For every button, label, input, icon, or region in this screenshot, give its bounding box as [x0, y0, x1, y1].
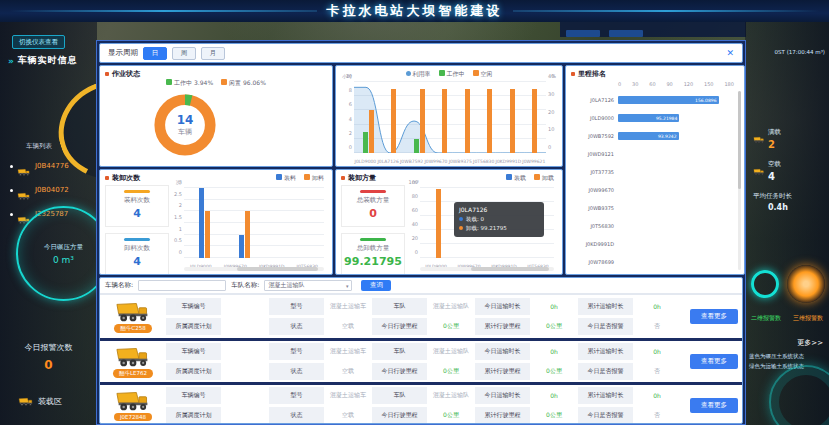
mileage-row: J0T37735 — [570, 163, 734, 181]
chart-tooltip: J0LA7126 装载: 0 卸载: 99.21795 — [454, 202, 544, 237]
vehicle-id-label: J0W99670 — [570, 187, 618, 193]
bar-空闲 — [532, 89, 537, 153]
view-more-button[interactable]: 查看更多 — [690, 354, 738, 369]
row-line: 车辆编号型号混凝土运输车车队混凝土运输队今日运输时长0h累计运输时长0h — [166, 387, 679, 404]
row-grid: 车辆编号型号混凝土运输车车队混凝土运输队今日运输时长0h累计运输时长0h所属调度… — [166, 343, 679, 380]
mileage-rank-panel: 里程排名 0306090120150180 J0LA7126156.0896J0… — [565, 65, 745, 275]
legend-空闲: 空闲 — [473, 70, 493, 79]
table-row: J0E72848车辆编号型号混凝土运输车车队混凝土运输队今日运输时长0h累计运输… — [100, 382, 742, 424]
mileage-axis-ticks: 0306090120150180 — [618, 81, 734, 87]
mileage-bar: 93.9242 — [618, 132, 679, 140]
period-day-button[interactable]: 日 — [143, 47, 167, 60]
bar-group — [391, 82, 396, 153]
vehicle-table-panel: 车辆名称: 车队名称: 混凝土运输队 ▾ 查询 翻斗C258车辆编号型号混凝土运… — [99, 277, 743, 424]
right-stat-line: 平均任务时长 — [753, 192, 825, 201]
tooltip-title: J0LA7126 — [459, 206, 539, 213]
vehicle-id-label: J0LA7126 — [570, 97, 618, 103]
zone-indicator: 装载区 — [18, 396, 62, 407]
search-button[interactable]: 查询 — [361, 280, 391, 291]
tooltip-row-unload: 卸载: 99.21795 — [459, 224, 539, 233]
cell-label: 型号 — [269, 387, 324, 404]
cell-value — [223, 387, 267, 404]
stat-value: 4 — [106, 255, 168, 268]
vehicle-name-input[interactable] — [138, 280, 226, 291]
stat-label: 装料次数 — [106, 196, 168, 205]
vehicle-id-label: J0WB9375 — [570, 205, 618, 211]
bar-group — [436, 188, 441, 258]
stat-accent-line — [360, 190, 386, 193]
usage-plot: 0246810010203040小时% — [354, 82, 546, 153]
cell-value: 混凝土运输队 — [429, 298, 473, 315]
alarm-ring-3d-icon[interactable] — [787, 265, 825, 303]
panel-title: 里程排名 — [571, 69, 606, 79]
title-bullet-icon — [341, 176, 345, 180]
counts-plot: 00.511.522.53次J0LD9000J0W99670J0KD9991DJ… — [184, 188, 324, 258]
vehicle-list-item[interactable]: J0B04072 — [10, 178, 96, 202]
mileage-row: J0W78699 — [570, 253, 734, 271]
cell-value: 混凝土运输车 — [326, 298, 370, 315]
mileage-row: J0WB9375 — [570, 199, 734, 217]
right-top-readout: 0ST (17:00:44 m³) — [749, 48, 825, 56]
period-week-button[interactable]: 周 — [172, 47, 196, 60]
vehicle-id-label: J0LD9000 — [570, 115, 618, 121]
truck-icon — [17, 162, 31, 171]
bar-空闲 — [391, 89, 396, 153]
volume-stat-cards: 总装载方量0总卸载方量99.21795 — [341, 185, 405, 275]
bar-track — [618, 186, 734, 194]
alarm-count-value: 0 — [0, 358, 97, 372]
vertical-scrollbar[interactable] — [738, 91, 741, 270]
alarm-ring-2d-icon[interactable] — [751, 270, 779, 298]
rolling-volume-value: 0 m³ — [53, 255, 74, 265]
y-tick: 0.5 — [174, 237, 184, 243]
horizontal-scrollbar[interactable] — [420, 267, 554, 271]
vehicle-id-label: J0WD9121 — [570, 151, 618, 157]
fleet-select[interactable]: 混凝土运输队 ▾ — [264, 280, 352, 291]
scrollbar-thumb[interactable] — [738, 91, 741, 189]
right-stat-label: 空载 — [768, 160, 781, 169]
x-label: J0KD9991D — [496, 159, 522, 164]
stat-value: 0 — [342, 207, 404, 220]
legend-装料: 装料 — [276, 174, 296, 183]
mileage-row: J0WB759293.9242 — [570, 127, 734, 145]
bullet-icon — [10, 189, 13, 192]
scrollbar-thumb[interactable] — [237, 267, 318, 271]
vehicle-list-item[interactable]: J0B44776 — [10, 154, 96, 178]
legend-装载: 装载 — [506, 174, 526, 183]
panel-title: 作业状态 — [105, 69, 140, 79]
row-grid: 车辆编号型号混凝土运输车车队混凝土运输队今日运输时长0h累计运输时长0h所属调度… — [166, 387, 679, 424]
bar-空闲 — [487, 89, 492, 153]
switch-view-button[interactable]: 切换仪表查看 — [12, 35, 65, 49]
vehicle-stats-modal: 显示周期 日 周 月 ✕ 作业状态 工作中 3.94% 闲置 96.06% 14… — [96, 40, 746, 425]
ripple-decoration — [769, 365, 829, 425]
vehicle-icon-cell: 翻斗C258 — [104, 301, 162, 333]
right-stat: 平均任务时长0.4h — [753, 192, 825, 212]
rolling-volume-label: 今日碾压方量 — [44, 243, 83, 252]
chevron-down-icon: ▾ — [346, 283, 349, 289]
view-more-button[interactable]: 查看更多 — [690, 309, 738, 324]
bar-group — [414, 82, 425, 153]
right-stat: 空载4 — [753, 160, 825, 182]
stat-accent-line — [124, 190, 150, 193]
app-title: 卡拉水电站大坝智能建设 — [327, 2, 503, 20]
period-month-button[interactable]: 月 — [201, 47, 225, 60]
cell-label: 今日是否报警 — [578, 363, 633, 380]
legend-line-1: 蓝色为碾压土系统状态 — [749, 352, 827, 362]
vehicle-icon-cell: 翻斗LE762 — [104, 346, 162, 378]
scrollbar-thumb[interactable] — [471, 267, 549, 271]
view-more-button[interactable]: 查看更多 — [690, 398, 738, 413]
y-tick: 60 — [412, 207, 420, 213]
close-icon[interactable]: ✕ — [726, 48, 734, 58]
cell-label: 累计运输时长 — [578, 343, 633, 360]
cell-value: 否 — [635, 407, 679, 424]
cell-value: 0公里 — [429, 363, 473, 380]
truck-icon — [17, 210, 31, 219]
more-link[interactable]: 更多>> — [797, 338, 823, 348]
cell-label: 状态 — [269, 318, 324, 335]
row-line: 所属调度计划状态空载今日行驶里程0公里累计行驶里程0公里今日是否报警否 — [166, 407, 679, 424]
bar-track — [618, 258, 734, 266]
horizontal-scrollbar[interactable] — [184, 267, 324, 271]
bar-group — [199, 188, 210, 258]
bullet-icon — [10, 165, 13, 168]
row-line: 车辆编号型号混凝土运输车车队混凝土运输队今日运输时长0h累计运输时长0h — [166, 343, 679, 360]
cell-label: 累计运输时长 — [578, 387, 633, 404]
